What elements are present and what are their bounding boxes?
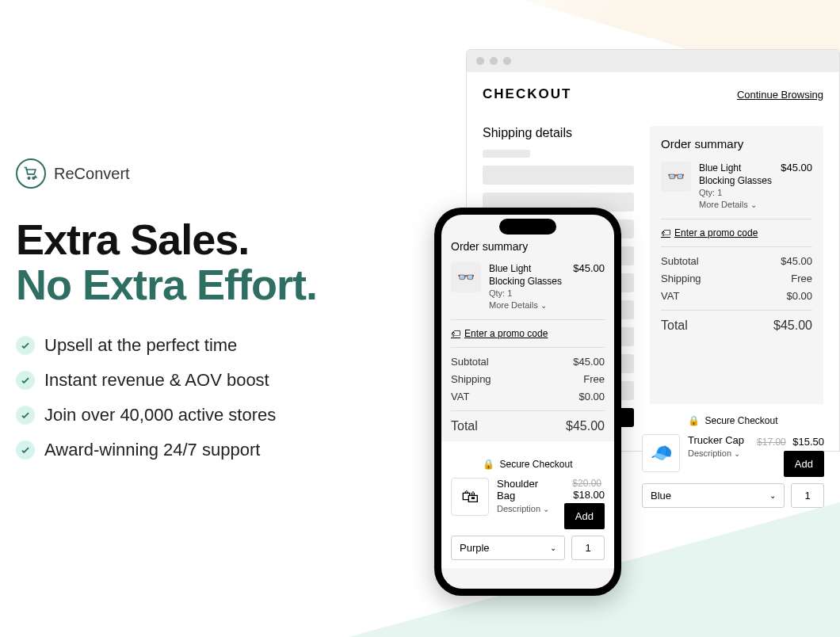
bullet-list: Upsell at the perfect time Instant reven… [16,335,317,460]
window-dot [476,57,484,65]
window-dot [503,57,511,65]
skeleton [483,150,530,158]
tag-icon: 🏷 [451,328,460,339]
upsell-thumb-bag-icon: 🛍 [451,478,489,516]
bullet-text: Award-winning 24/7 support [44,440,260,460]
divider [661,219,812,219]
phone-screen: Order summary 👓 Blue Light Blocking Glas… [441,215,614,589]
subtotal-row: Subtotal$45.00 [661,255,812,267]
check-icon [16,371,35,390]
old-price: $20.00 [572,478,601,489]
chevron-down-icon: ⌄ [750,200,757,209]
summary-title: Order summary [661,137,812,151]
vat-row: VAT$0.00 [451,391,605,402]
subtotal-row: Subtotal$45.00 [451,356,605,368]
svg-point-0 [28,177,30,180]
lock-icon: 🔒 [688,415,700,426]
promo-code-link[interactable]: 🏷 Enter a promo code [451,328,605,339]
item-thumb-glasses-icon: 👓 [661,162,691,192]
browser-chrome [467,50,839,72]
qty-input[interactable]: 1 [791,483,824,508]
bullet-item: Join over 40,000 active stores [16,405,317,425]
variant-select[interactable]: Blue⌄ [642,483,785,508]
upsell-description-toggle[interactable]: Description ⌄ [688,448,749,458]
add-button[interactable]: Add [784,451,824,477]
divider [661,310,812,311]
tag-icon: 🏷 [661,227,670,238]
check-icon [16,441,35,460]
bullet-item: Award-winning 24/7 support [16,440,317,460]
bullet-text: Upsell at the perfect time [44,335,237,356]
qty-input[interactable]: 1 [571,536,605,560]
vat-row: VAT$0.00 [661,290,812,302]
phone-notch [499,219,556,235]
more-details-toggle[interactable]: More Details ⌄ [699,199,773,211]
cart-item: 👓 Blue Light Blocking Glasses Qty: 1 Mor… [451,262,605,311]
item-qty: Qty: 1 [699,187,773,199]
brand-name: ReConvert [54,165,130,183]
upsell-thumb-cap-icon: 🧢 [642,434,680,472]
continue-browsing-link[interactable]: Continue Browsing [737,89,823,101]
promo-code-link[interactable]: 🏷 Enter a promo code [661,227,812,238]
shipping-row: ShippingFree [661,273,812,284]
checkout-header: CHECKOUT Continue Browsing [483,86,823,102]
cart-item: 👓 Blue Light Blocking Glasses Qty: 1 Mor… [661,162,812,211]
lock-icon: 🔒 [483,459,494,470]
shipping-row: ShippingFree [451,373,605,385]
add-button[interactable]: Add [564,503,605,529]
headline: Extra Sales. No Extra Effort. [16,217,317,307]
check-icon [16,406,35,425]
item-qty: Qty: 1 [489,288,565,299]
bullet-text: Instant revenue & AOV boost [44,370,269,391]
upsell-name: Trucker Cap [688,434,749,446]
upsell-name: Shoulder Bag [497,478,549,502]
bullet-item: Instant revenue & AOV boost [16,370,317,391]
item-name: Blue Light Blocking Glasses [699,162,773,187]
checkout-title: CHECKOUT [483,86,571,102]
upsell-prices: $17.00 $15.50 [757,434,824,448]
divider [451,347,605,348]
more-details-toggle[interactable]: More Details ⌄ [489,299,565,311]
chevron-down-icon: ⌄ [543,505,549,513]
item-thumb-glasses-icon: 👓 [451,262,481,292]
item-price: $45.00 [573,262,605,311]
secure-checkout-label: 🔒 Secure Checkout [451,459,605,470]
upsell-description-toggle[interactable]: Description ⌄ [497,504,549,513]
chevron-down-icon: ⌄ [540,301,547,310]
brand-logo-icon [16,158,46,189]
chevron-down-icon: ⌄ [734,449,740,458]
shipping-title: Shipping details [483,126,634,140]
brand-row: ReConvert [16,158,317,189]
old-price: $17.00 [757,437,786,448]
new-price: $18.00 [573,489,605,501]
chevron-down-icon: ⌄ [769,491,776,500]
new-price: $15.50 [792,436,824,448]
variant-select[interactable]: Purple⌄ [451,536,565,560]
window-dot [490,57,498,65]
item-name: Blue Light Blocking Glasses [489,262,565,288]
check-icon [16,336,35,355]
secure-checkout-label: 🔒 Secure Checkout [642,415,824,426]
divider [451,319,605,320]
bullet-text: Join over 40,000 active stores [44,405,276,425]
bullet-item: Upsell at the perfect time [16,335,317,356]
order-summary-desktop: Order summary 👓 Blue Light Blocking Glas… [650,126,823,435]
summary-title: Order summary [451,240,605,253]
divider [451,410,605,411]
divider [661,246,812,247]
upsell-card-mobile: 🔒 Secure Checkout 🛍 Shoulder Bag Descrip… [441,441,614,568]
upsell-card-desktop: 🔒 Secure Checkout 🧢 Trucker Cap Descript… [642,404,824,508]
item-price: $45.00 [781,162,812,211]
headline-line1: Extra Sales. [16,217,317,262]
total-row: Total$45.00 [661,318,812,333]
headline-line2: No Extra Effort. [16,262,317,307]
skeleton [483,166,634,185]
total-row: Total$45.00 [451,419,605,433]
chevron-down-icon: ⌄ [550,544,556,552]
phone-mockup: Order summary 👓 Blue Light Blocking Glas… [434,208,621,596]
upsell-prices: $20.00 $18.00 [557,478,605,501]
marketing-column: ReConvert Extra Sales. No Extra Effort. … [16,158,317,475]
